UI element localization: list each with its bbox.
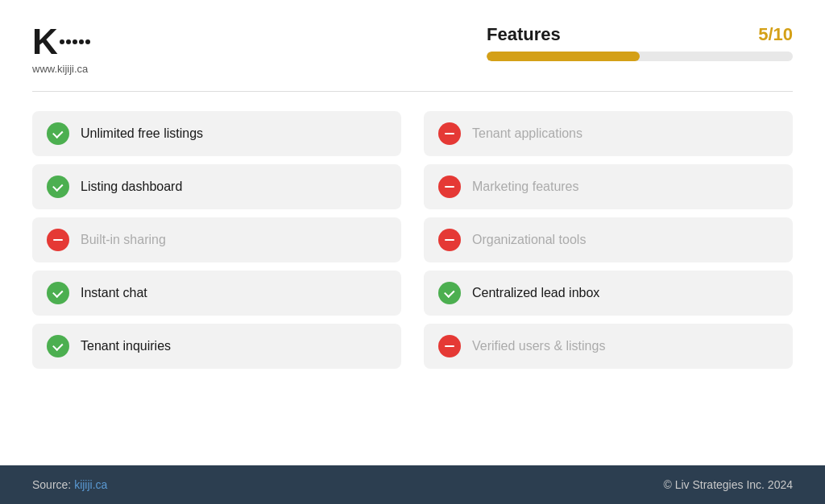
minus-icon — [438, 176, 461, 198]
feature-label-built-in-sharing: Built-in sharing — [81, 233, 166, 247]
feature-item-listing-dashboard: Listing dashboard — [32, 164, 401, 209]
kijiji-logo: K — [32, 24, 91, 60]
check-icon — [47, 122, 69, 145]
check-icon — [47, 176, 69, 198]
feature-label-instant-chat: Instant chat — [81, 286, 147, 300]
feature-item-instant-chat: Instant chat — [32, 271, 401, 316]
feature-label-tenant-inquiries: Tenant inquiries — [81, 339, 171, 353]
logo-area: K www.kijiji.ca — [32, 24, 91, 75]
logo-url: www.kijiji.ca — [32, 63, 91, 75]
minus-icon — [438, 122, 461, 145]
footer-copyright: © Liv Strategies Inc. 2024 — [663, 478, 793, 491]
feature-label-unlimited-listings: Unlimited free listings — [81, 126, 203, 141]
feature-label-marketing-features: Marketing features — [472, 180, 579, 194]
footer-source: Source: kijiji.ca — [32, 478, 107, 491]
progress-bar-fill — [487, 52, 640, 61]
main-content: K www.kijiji.ca Features 5/10 Unlimited … — [0, 0, 825, 465]
progress-bar-background — [487, 52, 793, 61]
feature-item-tenant-inquiries: Tenant inquiries — [32, 324, 401, 369]
minus-icon — [47, 229, 69, 251]
source-link: kijiji.ca — [74, 478, 107, 491]
feature-label-verified-users-listings: Verified users & listings — [472, 339, 605, 353]
header: K www.kijiji.ca Features 5/10 — [32, 24, 793, 75]
source-label: Source: — [32, 478, 71, 491]
footer: Source: kijiji.ca © Liv Strategies Inc. … — [0, 465, 825, 504]
features-label: Features — [487, 24, 561, 45]
feature-item-centralized-lead-inbox: Centralized lead inbox — [424, 271, 793, 316]
divider — [32, 91, 793, 92]
minus-icon — [438, 335, 461, 357]
check-icon — [47, 335, 69, 357]
feature-label-listing-dashboard: Listing dashboard — [81, 180, 182, 194]
feature-item-organizational-tools: Organizational tools — [424, 217, 793, 262]
feature-item-verified-users-listings: Verified users & listings — [424, 324, 793, 369]
score-area: Features 5/10 — [487, 24, 793, 61]
check-icon — [47, 282, 69, 304]
feature-item-built-in-sharing: Built-in sharing — [32, 217, 401, 262]
check-icon — [438, 282, 461, 304]
feature-label-tenant-applications: Tenant applications — [472, 126, 582, 141]
feature-item-unlimited-listings: Unlimited free listings — [32, 111, 401, 156]
features-grid: Unlimited free listingsTenant applicatio… — [32, 111, 793, 369]
minus-icon — [438, 229, 461, 251]
feature-item-tenant-applications: Tenant applications — [424, 111, 793, 156]
score-header: Features 5/10 — [487, 24, 793, 45]
feature-label-centralized-lead-inbox: Centralized lead inbox — [472, 286, 599, 300]
feature-item-marketing-features: Marketing features — [424, 164, 793, 209]
feature-label-organizational-tools: Organizational tools — [472, 233, 586, 247]
score-value: 5/10 — [758, 24, 793, 45]
